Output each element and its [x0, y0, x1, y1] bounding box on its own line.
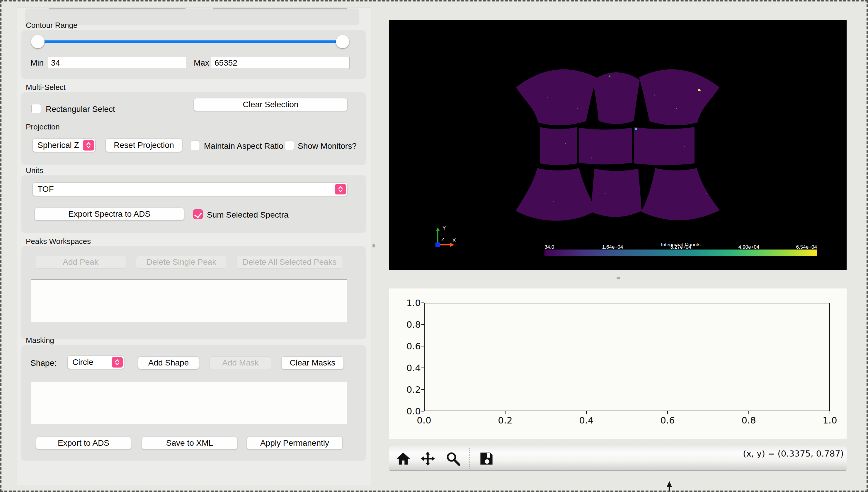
save-to-xml-button[interactable]: Save to XML: [142, 437, 237, 449]
colorbar-gradient: [544, 249, 817, 256]
shape-dropdown[interactable]: Circle: [67, 355, 124, 369]
clear-selection-button[interactable]: Clear Selection: [194, 98, 348, 111]
show-monitors-label: Show Monitors?: [298, 142, 357, 151]
detector-bank: [639, 69, 720, 125]
masking-label: Masking: [26, 336, 54, 345]
y-axis-arrow: [436, 227, 440, 231]
clear-masks-button[interactable]: Clear Masks: [281, 356, 344, 369]
detector-banks-graphic: Y X Z: [389, 20, 847, 270]
x-tick-label: 0.8: [742, 415, 756, 425]
detector-bank: [579, 128, 632, 165]
y-tick-label: 0.8: [395, 319, 421, 330]
peaks-workspaces-list[interactable]: [31, 279, 347, 322]
add-mask-button[interactable]: Add Mask: [210, 356, 272, 369]
y-tick-label: 1.0: [395, 298, 421, 308]
chevron-updown-icon: [112, 357, 123, 368]
peaks-workspaces-label: Peaks Workspaces: [26, 237, 91, 246]
export-spectra-button[interactable]: Export Spectra to ADS: [34, 207, 184, 221]
y-tick-label: 0.6: [395, 341, 421, 351]
contour-range-group: [21, 30, 366, 79]
contour-slider-max-handle[interactable]: [336, 35, 349, 48]
units-value: TOF: [38, 184, 54, 194]
contour-min-input[interactable]: 34: [47, 57, 186, 69]
contour-range-slider-track[interactable]: [38, 41, 343, 43]
mini-plot-panel: 1.00.80.60.40.20.0 0.00.20.40.60.81.0: [389, 289, 847, 439]
x-tick-mark: [505, 411, 506, 414]
delete-all-selected-peaks-button[interactable]: Delete All Selected Peaks: [236, 256, 343, 269]
rectangular-select-checkbox[interactable]: [31, 104, 41, 113]
contour-max-input[interactable]: 65352: [211, 57, 350, 69]
horizontal-splitter-handle[interactable]: [616, 277, 620, 279]
contour-min-value: 34: [51, 58, 60, 68]
colorbar-tick: 3.27e+04: [670, 244, 691, 250]
x-axis-arrow: [450, 243, 454, 247]
shape-value: Circle: [72, 358, 93, 367]
control-panel: Contour Range Min 34 Max 65352 Multi-Sel…: [17, 8, 371, 485]
contour-slider-min-handle[interactable]: [31, 35, 45, 48]
y-tick-mark: [421, 389, 424, 390]
detector-bank: [641, 168, 720, 220]
colorbar-tick: 34.0: [544, 244, 554, 250]
x-tick-mark: [829, 411, 830, 414]
projection-dropdown[interactable]: Spherical Z: [32, 139, 96, 152]
plot-axes[interactable]: [424, 303, 830, 411]
y-tick-label: 0.4: [395, 363, 421, 373]
detector-bank: [634, 127, 695, 165]
instrument-view-window: Contour Range Min 34 Max 65352 Multi-Sel…: [0, 0, 868, 492]
x-tick-mark: [424, 411, 424, 414]
x-tick-label: 0.2: [498, 415, 512, 425]
colorbar-tick: 6.54e+04: [796, 244, 817, 250]
x-tick-label: 0.0: [417, 415, 431, 425]
max-label: Max: [194, 58, 209, 68]
x-tick-mark: [586, 411, 587, 414]
y-tick-mark: [421, 346, 424, 346]
x-tick-label: 0.4: [579, 415, 593, 425]
chevron-updown-icon: [335, 184, 346, 194]
reset-projection-button[interactable]: Reset Projection: [105, 139, 182, 152]
vertical-splitter-handle[interactable]: [373, 244, 375, 247]
apply-permanently-button[interactable]: Apply Permanently: [247, 437, 343, 449]
maintain-aspect-ratio-checkbox[interactable]: [190, 141, 200, 150]
sum-selected-spectra-checkbox[interactable]: [193, 210, 203, 219]
toolbar-separator: [469, 448, 470, 469]
show-monitors-checkbox[interactable]: [285, 141, 294, 150]
detector-bank: [591, 169, 642, 217]
home-icon[interactable]: [396, 451, 411, 466]
x-axis-label: X: [452, 238, 456, 243]
z-axis-label: Z: [441, 237, 444, 242]
x-tick-mark: [667, 411, 668, 414]
multi-select-label: Multi-Select: [26, 83, 66, 92]
plot-toolbar: (x, y) = (0.3375, 0.787): [389, 446, 847, 471]
rectangular-select-label: Rectangular Select: [46, 104, 115, 114]
add-peak-button[interactable]: Add Peak: [35, 256, 126, 269]
add-shape-button[interactable]: Add Shape: [138, 356, 199, 369]
masking-shapes-list[interactable]: [31, 382, 347, 424]
pan-icon[interactable]: [420, 451, 436, 466]
units-dropdown[interactable]: TOF: [32, 182, 348, 196]
shape-label: Shape:: [30, 359, 56, 368]
projection-value: Spherical Z: [38, 141, 79, 150]
detector-bank: [540, 127, 577, 165]
detector-bank: [593, 72, 640, 124]
instrument-render-view[interactable]: Y X Z Integrated Counts 34.01.64e+043.27…: [389, 20, 847, 270]
detector-bank: [516, 69, 596, 125]
y-axis-label: Y: [443, 225, 446, 231]
mouse-cursor: [666, 481, 673, 492]
x-tick-label: 0.6: [660, 415, 675, 425]
colorbar-tick: 1.64e+04: [602, 244, 623, 250]
y-tick-mark: [421, 302, 424, 303]
min-label: Min: [30, 58, 44, 68]
cutoff-widget-edge: [213, 8, 347, 9]
z-axis-dot: [436, 243, 440, 247]
zoom-icon[interactable]: [445, 451, 461, 466]
delete-single-peak-button[interactable]: Delete Single Peak: [136, 256, 227, 269]
x-tick-label: 1.0: [823, 415, 837, 425]
colorbar-tick: 4.90e+04: [738, 244, 759, 250]
y-tick-label: 0.2: [395, 384, 421, 395]
detector-bank: [516, 168, 596, 221]
y-tick-mark: [421, 324, 424, 325]
chevron-updown-icon: [83, 140, 94, 150]
export-to-ads-button[interactable]: Export to ADS: [36, 437, 131, 449]
y-tick-mark: [421, 368, 424, 368]
save-icon[interactable]: [479, 451, 494, 466]
